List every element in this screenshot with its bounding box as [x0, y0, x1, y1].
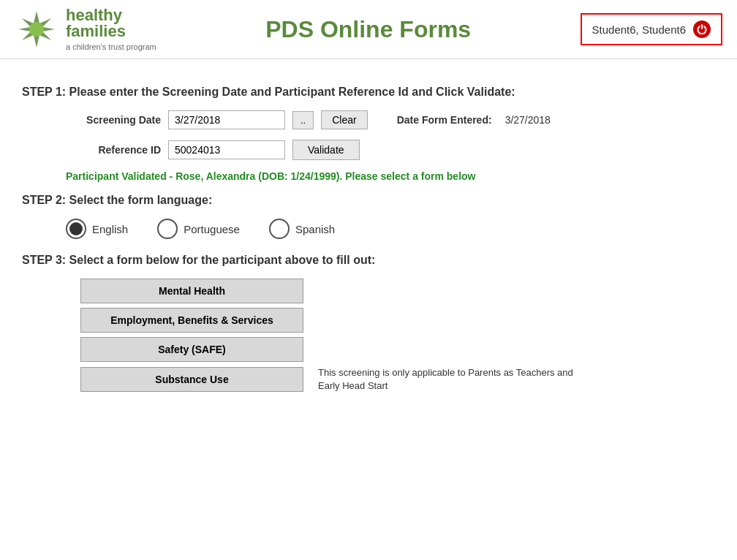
logo-text: healthy families a children's trust prog… [66, 7, 156, 51]
date-form-entered-value: 3/27/2018 [505, 114, 551, 126]
page-title: PDS Online Forms [156, 16, 581, 43]
form-buttons-area: Mental Health Employment, Benefits & Ser… [80, 279, 715, 393]
screening-date-label: Screening Date [66, 114, 161, 126]
radio-spanish-label: Spanish [295, 223, 335, 235]
logo-area: healthy families a children's trust prog… [15, 7, 156, 51]
employment-button[interactable]: Employment, Benefits & Services [80, 308, 303, 333]
screening-date-input[interactable] [168, 110, 285, 129]
logo-families: families [66, 23, 156, 39]
logo-subtitle: a children's trust program [66, 42, 156, 51]
reference-id-label: Reference ID [66, 144, 161, 156]
user-badge: Student6, Student6 [581, 13, 722, 45]
validate-button[interactable]: Validate [292, 140, 360, 160]
substance-use-button[interactable]: Substance Use [80, 367, 303, 392]
date-form-entered-label: Date Form Entered: [397, 114, 492, 126]
clear-button[interactable]: Clear [321, 110, 367, 129]
radio-portuguese-outer [157, 219, 178, 239]
dots-button[interactable]: .. [292, 111, 314, 129]
svg-point-1 [29, 22, 44, 37]
main-content: STEP 1: Please enter the Screening Date … [0, 59, 737, 407]
language-row: English Portuguese Spanish [66, 219, 715, 239]
mental-health-row: Mental Health [80, 279, 715, 303]
reference-id-input[interactable] [168, 140, 285, 159]
radio-portuguese-label: Portuguese [184, 223, 240, 235]
validation-message: Participant Validated - Rose, Alexandra … [66, 170, 715, 182]
step1-label: STEP 1: Please enter the Screening Date … [22, 86, 715, 99]
radio-english-inner [69, 222, 83, 235]
mental-health-button[interactable]: Mental Health [80, 279, 303, 303]
safety-row: Safety (SAFE) [80, 337, 715, 362]
radio-english[interactable]: English [66, 219, 128, 239]
step3-label: STEP 3: Select a form below for the part… [22, 254, 715, 267]
safety-button[interactable]: Safety (SAFE) [80, 337, 303, 362]
radio-spanish[interactable]: Spanish [269, 219, 335, 239]
screening-date-row: Screening Date .. Clear Date Form Entere… [66, 110, 715, 129]
radio-english-outer [66, 219, 86, 239]
reference-id-row: Reference ID Validate [66, 140, 715, 160]
radio-portuguese[interactable]: Portuguese [157, 219, 240, 239]
logo-healthy: healthy [66, 7, 156, 23]
radio-english-label: English [92, 223, 128, 235]
employment-row: Employment, Benefits & Services [80, 308, 715, 333]
logo-icon [15, 7, 58, 51]
header: healthy families a children's trust prog… [0, 0, 737, 59]
radio-spanish-outer [269, 219, 290, 239]
power-button[interactable] [693, 20, 711, 38]
step2-label: STEP 2: Select the form language: [22, 194, 715, 207]
user-name: Student6, Student6 [592, 23, 686, 36]
substance-use-row: Substance Use This screening is only app… [80, 366, 715, 393]
substance-use-note: This screening is only applicable to Par… [318, 366, 581, 393]
